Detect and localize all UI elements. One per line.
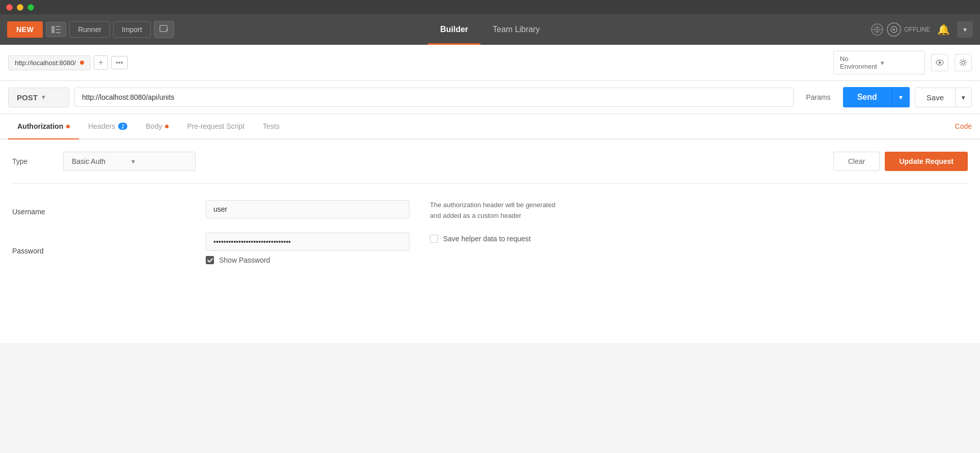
update-request-button[interactable]: Update Request xyxy=(885,152,968,171)
toolbar: NEW Runner Import Builder Team Library xyxy=(0,14,980,45)
helper-text-line2: and added as a custom header xyxy=(430,211,968,221)
type-label: Type xyxy=(12,157,53,165)
import-button[interactable]: Import xyxy=(113,21,151,38)
close-button[interactable] xyxy=(6,4,13,11)
save-button[interactable]: Save xyxy=(915,88,955,107)
svg-rect-3 xyxy=(56,32,61,33)
svg-rect-2 xyxy=(56,29,61,30)
url-tab-text: http://localhost:8080/ xyxy=(15,59,76,67)
helper-text-container: The authorization header will be generat… xyxy=(430,200,968,264)
maximize-button[interactable] xyxy=(28,4,34,11)
tabs-container: http://localhost:8080/ + ••• xyxy=(8,55,828,70)
tab-pre-request[interactable]: Pre-request Script xyxy=(178,114,254,138)
authorization-dot xyxy=(66,125,70,128)
code-button[interactable]: Code xyxy=(955,114,972,138)
nav-tabs: Builder Team Library xyxy=(428,14,552,45)
tab-pre-request-label: Pre-request Script xyxy=(187,122,244,130)
send-dropdown-button[interactable]: ▾ xyxy=(891,87,910,107)
params-button[interactable]: Params xyxy=(799,88,837,106)
show-password-checkbox[interactable] xyxy=(206,256,214,264)
save-helper-label: Save helper data to request xyxy=(443,235,531,243)
more-tabs-button[interactable]: ••• xyxy=(111,56,128,69)
eye-icon xyxy=(936,60,944,66)
send-button[interactable]: Send xyxy=(843,87,891,107)
tab-team-library[interactable]: Team Library xyxy=(480,14,552,45)
env-selector: No Environment ▾ xyxy=(833,51,972,74)
auth-type-row: Type Basic Auth ▾ Clear Update Request xyxy=(12,152,968,184)
save-helper-row: Save helper data to request xyxy=(430,230,968,243)
sync-icon xyxy=(870,23,884,36)
svg-rect-1 xyxy=(56,26,61,27)
password-input[interactable] xyxy=(206,233,410,251)
save-button-group: Save ▾ xyxy=(915,88,972,107)
tab-headers[interactable]: Headers 2 xyxy=(79,114,137,138)
save-helper-checkbox[interactable] xyxy=(430,235,438,243)
auth-form: Username The authorization header will b… xyxy=(12,184,968,264)
username-label: Username xyxy=(12,200,185,218)
svg-point-14 xyxy=(962,61,965,64)
type-chevron-icon: ▾ xyxy=(131,157,187,165)
method-dropdown[interactable]: POST ▾ xyxy=(8,88,69,107)
auth-type-dropdown[interactable]: Basic Auth ▾ xyxy=(63,152,196,171)
checkmark-icon xyxy=(207,258,213,263)
show-password-row: Show Password xyxy=(206,256,410,264)
runner-button[interactable]: Runner xyxy=(69,21,110,38)
svg-point-11 xyxy=(893,29,895,31)
env-label: No Environment xyxy=(840,55,878,70)
gear-icon xyxy=(959,59,967,67)
request-tabs-nav: Authorization Headers 2 Body Pre-request… xyxy=(0,114,980,139)
method-label: POST xyxy=(17,93,38,102)
svg-rect-4 xyxy=(160,25,167,32)
tab-builder[interactable]: Builder xyxy=(428,14,480,45)
headers-count-badge: 2 xyxy=(118,123,127,130)
action-buttons: Clear Update Request xyxy=(833,152,968,171)
add-tab-button[interactable]: + xyxy=(94,55,108,70)
password-label: Password xyxy=(12,233,185,264)
request-line: POST ▾ Params Send ▾ Save ▾ xyxy=(0,81,980,114)
new-button[interactable]: NEW xyxy=(7,21,43,38)
clear-button[interactable]: Clear xyxy=(833,152,880,171)
tab-authorization[interactable]: Authorization xyxy=(8,114,79,138)
menu-dropdown-button[interactable]: ▾ xyxy=(957,21,973,38)
tab-tests[interactable]: Tests xyxy=(254,114,289,138)
tab-body-label: Body xyxy=(146,122,162,130)
svg-point-13 xyxy=(939,62,941,64)
tab-headers-label: Headers xyxy=(88,122,115,130)
target-icon xyxy=(890,25,898,34)
sidebar-toggle-button[interactable] xyxy=(46,22,66,37)
main-content: Type Basic Auth ▾ Clear Update Request U… xyxy=(0,139,980,343)
method-chevron-icon: ▾ xyxy=(42,94,45,101)
status-badge: OFFLINE xyxy=(870,22,930,37)
env-chevron-icon: ▾ xyxy=(881,59,918,67)
minimize-button[interactable] xyxy=(17,4,23,11)
interceptor-icon xyxy=(887,22,901,37)
show-password-label: Show Password xyxy=(219,256,270,264)
password-field-group: Show Password xyxy=(206,233,410,264)
titlebar xyxy=(0,0,980,14)
notifications-icon[interactable]: 🔔 xyxy=(937,23,950,36)
env-preview-button[interactable] xyxy=(931,54,948,71)
new-tab-button[interactable] xyxy=(154,21,174,38)
url-input[interactable] xyxy=(74,88,794,107)
unsaved-dot xyxy=(80,61,84,65)
tab-tests-label: Tests xyxy=(263,122,280,130)
offline-label: OFFLINE xyxy=(904,26,930,33)
tab-body[interactable]: Body xyxy=(137,114,178,138)
svg-rect-0 xyxy=(51,26,55,33)
auth-type-value: Basic Auth xyxy=(72,157,127,165)
username-input[interactable] xyxy=(206,200,410,218)
save-dropdown-button[interactable]: ▾ xyxy=(955,88,971,107)
url-bar-area: http://localhost:8080/ + ••• No Environm… xyxy=(0,45,980,81)
env-settings-button[interactable] xyxy=(955,54,972,71)
helper-text-line1: The authorization header will be generat… xyxy=(430,200,968,211)
new-tab-icon xyxy=(159,25,169,34)
toolbar-right: OFFLINE 🔔 ▾ xyxy=(870,21,973,38)
sidebar-icon xyxy=(51,26,61,33)
environment-dropdown[interactable]: No Environment ▾ xyxy=(833,51,925,74)
send-button-group: Send ▾ xyxy=(843,87,910,107)
tab-authorization-label: Authorization xyxy=(17,122,63,130)
url-tab[interactable]: http://localhost:8080/ xyxy=(8,55,91,70)
body-dot xyxy=(165,125,169,128)
